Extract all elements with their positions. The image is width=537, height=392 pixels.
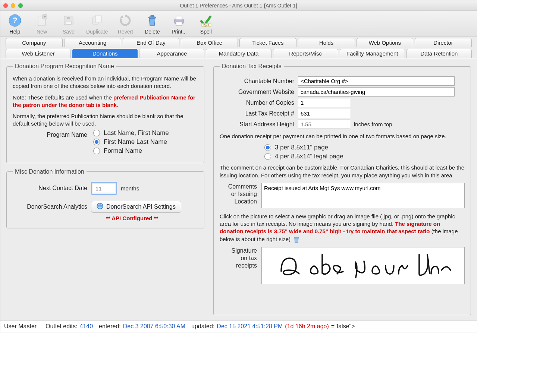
svg-rect-9 — [95, 15, 101, 23]
svg-rect-7 — [67, 17, 70, 19]
svg-rect-14 — [176, 22, 182, 26]
misc-donation-group: Misc Donation Information Next Contact D… — [6, 168, 204, 228]
duplicate-icon — [90, 13, 104, 28]
next-contact-input[interactable] — [93, 184, 115, 193]
copies-input[interactable] — [298, 98, 350, 107]
svg-rect-6 — [66, 21, 71, 24]
misc-donation-legend: Misc Donation Information — [13, 168, 87, 175]
comments-label: Comments or Issuing Location — [220, 183, 257, 205]
tab-box-office[interactable]: Box Office — [181, 38, 238, 47]
graphic-intro: Click on the picture to select a new gra… — [220, 213, 465, 243]
tab-accounting[interactable]: Accounting — [64, 38, 121, 47]
last-receipt-label: Last Tax Receipt # — [220, 110, 294, 117]
print-icon — [172, 13, 186, 28]
tab-end-of-day[interactable]: End Of Day — [123, 38, 180, 47]
next-contact-label: Next Contact Date — [13, 185, 87, 192]
help-button[interactable]: ? Help — [6, 13, 24, 35]
addr-height-unit: inches from top — [354, 121, 392, 127]
tab-holds[interactable]: Holds — [298, 38, 355, 47]
radio-icon — [264, 144, 271, 151]
radio-icon — [93, 130, 100, 136]
content-area: Donation Program Recognition Name When a… — [0, 60, 477, 320]
save-button[interactable]: Save — [59, 13, 78, 35]
comment-intro: The comment on a receipt can be customiz… — [220, 164, 465, 179]
charitable-number-label: Charitable Number — [220, 78, 294, 85]
trash-icon — [145, 13, 160, 28]
svg-rect-11 — [151, 15, 154, 17]
print-button[interactable]: Print... — [170, 13, 188, 35]
tab-web-options[interactable]: Web Options — [357, 38, 414, 47]
tab-web-listener[interactable]: Web Listener — [6, 49, 71, 58]
program-name-option-formal[interactable]: Formal Name — [93, 147, 198, 155]
recognition-note-defaults: Note: These defaults are used when the p… — [13, 94, 198, 109]
format-option-letter[interactable]: 3 per 8.5x11" page — [264, 144, 465, 151]
tab-company[interactable]: Company — [6, 38, 63, 47]
new-button[interactable]: + New — [32, 13, 51, 35]
revert-button[interactable]: Revert — [116, 13, 135, 35]
next-contact-field-focus — [91, 182, 117, 195]
tab-row-1: Company Accounting End Of Day Box Office… — [6, 38, 472, 47]
delete-button[interactable]: Delete — [143, 13, 161, 35]
globe-icon — [97, 203, 103, 211]
tab-appearance[interactable]: Appearance — [139, 49, 204, 58]
new-icon: + — [34, 13, 49, 28]
tab-donations[interactable]: Donations — [72, 49, 138, 58]
minimize-window-button[interactable] — [11, 3, 15, 8]
copies-label: Number of Copies — [220, 99, 294, 106]
zoom-window-button[interactable] — [18, 3, 23, 8]
last-receipt-input[interactable] — [298, 109, 350, 118]
radio-icon — [264, 153, 271, 160]
recognition-name-group: Donation Program Recognition Name When a… — [6, 63, 204, 163]
toolbar: ? Help + New Save Duplicate Reve — [0, 11, 477, 37]
api-configured-status: ** API Configured ** — [106, 215, 198, 221]
help-icon: ? — [7, 13, 22, 28]
left-column: Donation Program Recognition Name When a… — [6, 63, 205, 315]
svg-rect-13 — [176, 16, 182, 20]
status-edits-label: Outlet edits: — [45, 323, 77, 330]
tax-receipts-group: Donation Tax Receipts Charitable Number … — [213, 63, 471, 315]
svg-text:+: + — [43, 14, 46, 19]
spell-button[interactable]: Spell Spell — [197, 13, 215, 35]
right-column: Donation Tax Receipts Charitable Number … — [213, 63, 472, 315]
svg-rect-18 — [294, 237, 299, 238]
program-name-label: Program Name — [13, 132, 87, 138]
next-contact-unit: months — [121, 185, 139, 192]
status-bar: User Master Outlet edits: 4140 entered: … — [0, 320, 477, 332]
tab-data-retention[interactable]: Data Retention — [406, 49, 472, 58]
tab-ticket-faces[interactable]: Ticket Faces — [239, 38, 296, 47]
recognition-name-legend: Donation Program Recognition Name — [13, 63, 116, 70]
comments-textarea[interactable]: Receipt issued at Arts Mgt Sys www.myurl… — [261, 183, 465, 208]
status-updated-label: updated: — [191, 323, 214, 330]
gov-website-label: Government Website — [220, 89, 294, 95]
status-user: User Master — [4, 323, 37, 330]
status-entered-label: entered: — [99, 323, 121, 330]
svg-text:Spell: Spell — [204, 24, 210, 27]
addr-height-label: Start Address Height — [220, 121, 294, 128]
titlebar: Outlet 1 Preferences - Ams Outlet 1 {Ams… — [0, 0, 477, 11]
program-name-option-last-first[interactable]: Last Name, First Name — [93, 129, 198, 137]
clear-signature-button[interactable] — [293, 236, 299, 243]
tab-facility-management[interactable]: Facility Management — [340, 49, 405, 58]
gov-website-input[interactable] — [298, 87, 455, 97]
status-edits-value: 4140 — [80, 323, 93, 330]
format-option-legal[interactable]: 4 per 8.5x14" legal page — [264, 153, 465, 160]
addr-height-input[interactable] — [298, 120, 350, 129]
radio-icon — [93, 139, 100, 145]
donorsearch-settings-button[interactable]: DonorSearch API Settings — [91, 201, 181, 213]
signature-image-well[interactable] — [261, 247, 465, 284]
program-name-option-first-last[interactable]: First Name Last Name — [93, 138, 198, 146]
tab-mandatory-data[interactable]: Mandatory Data — [206, 49, 271, 58]
window-controls — [3, 3, 23, 8]
tab-director[interactable]: Director — [415, 38, 472, 47]
donorsearch-label: DonorSearch Analytics — [13, 203, 87, 210]
window-title: Outlet 1 Preferences - Ams Outlet 1 {Ams… — [0, 3, 477, 9]
charitable-number-input[interactable] — [298, 76, 455, 86]
tab-reports-misc[interactable]: Reports/Misc — [273, 49, 338, 58]
signature-label: Signature on tax receipts — [220, 247, 257, 269]
preferences-window: Outlet 1 Preferences - Ams Outlet 1 {Ams… — [0, 0, 477, 332]
recognition-intro-2: Normally, the preferred Publication Name… — [13, 113, 198, 128]
duplicate-button[interactable]: Duplicate — [86, 13, 108, 35]
radio-icon — [93, 148, 100, 154]
status-updated-ago: (1d 16h 2m ago) — [285, 323, 329, 330]
close-window-button[interactable] — [3, 3, 8, 8]
